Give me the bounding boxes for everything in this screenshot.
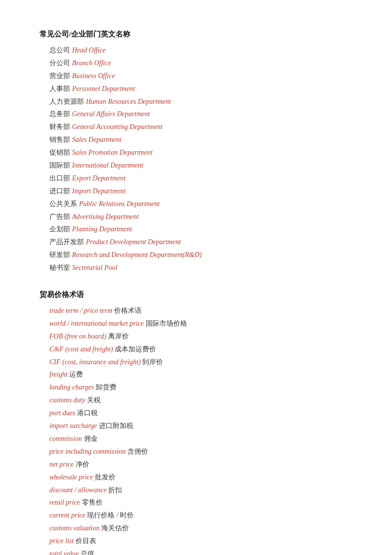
english-text: Branch Office xyxy=(72,59,111,67)
chinese-text: 价目表 xyxy=(74,537,96,545)
chinese-text: 分公司 xyxy=(49,59,70,67)
list-item: 国际部International Department xyxy=(49,159,353,172)
english-text: port dues xyxy=(49,409,76,417)
chinese-text: 卸货费 xyxy=(94,384,117,391)
list-item: 人事部Personnel Department xyxy=(49,83,353,95)
list-item: 营业部Business Office xyxy=(49,70,353,83)
english-text: net price xyxy=(49,461,74,468)
chinese-text: 成本加运费价 xyxy=(113,345,157,353)
list-item: 财务部General Accounting Department xyxy=(49,121,353,133)
list-item: 研发部Research and Development Department(R… xyxy=(49,249,353,261)
list-item: commission 佣金 xyxy=(49,432,353,445)
english-text: Sales Department xyxy=(72,136,121,143)
list-item: freight 运费 xyxy=(49,368,353,381)
english-text: Personnel Department xyxy=(72,85,135,92)
list-item: 广告部Advertising Department xyxy=(49,211,353,223)
english-text: wholesale price xyxy=(49,473,93,481)
list-item: import surcharge 进口附加税 xyxy=(49,420,353,432)
english-text: Product Development Department xyxy=(86,238,181,246)
trade-section: 贸易价格术语 trade term / price term 价格术语world… xyxy=(39,290,353,555)
english-text: discount / allowance xyxy=(49,486,107,494)
english-text: total value xyxy=(49,550,79,555)
list-item: 总务部General Affairs Department xyxy=(49,108,353,121)
english-text: CIF (cost, insurance and freight) xyxy=(49,358,141,366)
chinese-text: 海关估价 xyxy=(100,524,129,532)
list-item: current price 现行价格 / 时价 xyxy=(49,509,353,522)
english-text: Advertising Department xyxy=(72,213,139,220)
chinese-text: 国际市场价格 xyxy=(144,320,187,327)
english-text: price including commission xyxy=(49,448,126,455)
trade-list: trade term / price term 价格术语world / inte… xyxy=(39,304,353,555)
chinese-text: 关税 xyxy=(85,396,101,404)
english-text: Secretarial Pool xyxy=(72,264,118,271)
english-text: Head Office xyxy=(72,46,106,54)
english-text: retail price xyxy=(49,499,80,506)
list-item: retail price 零售价 xyxy=(49,496,353,509)
list-item: price including commission 含佣价 xyxy=(49,445,353,458)
english-text: Export Department xyxy=(72,174,125,182)
chinese-text: 价格术语 xyxy=(113,307,142,314)
english-text: C&F (cost and freight) xyxy=(49,345,113,353)
chinese-text: 促销部 xyxy=(49,149,70,156)
english-text: Business Office xyxy=(72,72,115,80)
english-text: world / international market price xyxy=(49,320,144,327)
list-item: discount / allowance 折扣 xyxy=(49,484,353,497)
chinese-text: 净价 xyxy=(74,461,89,468)
chinese-text: 销售部 xyxy=(49,136,70,143)
list-item: 出口部Export Department xyxy=(49,172,353,185)
trade-section-title: 贸易价格术语 xyxy=(39,290,353,299)
english-text: price list xyxy=(49,537,74,545)
english-text: trade term / price term xyxy=(49,307,113,314)
department-section-title: 常见公司/企业部门英文名称 xyxy=(39,30,353,39)
english-text: landing charges xyxy=(49,384,94,391)
chinese-text: 现行价格 / 时价 xyxy=(85,512,134,519)
chinese-text: 折扣 xyxy=(107,486,122,494)
chinese-text: 零售价 xyxy=(80,499,103,506)
list-item: 进口部Import Department xyxy=(49,185,353,198)
list-item: total value 总值 xyxy=(49,548,353,555)
chinese-text: 运费 xyxy=(68,371,83,378)
english-text: Sales Promotion Department xyxy=(72,149,153,156)
english-text: Public Relations Department xyxy=(79,200,159,208)
english-text: Planning Department xyxy=(72,225,132,233)
list-item: customs valuation 海关估价 xyxy=(49,522,353,535)
chinese-text: 产品开发部 xyxy=(49,238,84,246)
list-item: customs duty 关税 xyxy=(49,394,353,407)
chinese-text: 含佣价 xyxy=(126,448,149,455)
english-text: General Accounting Department xyxy=(72,123,162,130)
list-item: 产品开发部Product Development Department xyxy=(49,236,353,249)
list-item: 秘书室Secretarial Pool xyxy=(49,261,353,274)
list-item: 企划部Planning Department xyxy=(49,223,353,236)
list-item: world / international market price 国际市场价… xyxy=(49,317,353,330)
list-item: 销售部Sales Department xyxy=(49,133,353,146)
chinese-text: 港口税 xyxy=(76,409,98,417)
chinese-text: 离岸价 xyxy=(106,333,129,340)
department-section: 常见公司/企业部门英文名称 总公司Head Office分公司Branch Of… xyxy=(39,30,353,274)
english-text: freight xyxy=(49,371,68,378)
chinese-text: 营业部 xyxy=(49,72,70,80)
chinese-text: 佣金 xyxy=(82,435,98,442)
chinese-text: 秘书室 xyxy=(49,264,70,271)
chinese-text: 总公司 xyxy=(49,46,70,54)
list-item: price list 价目表 xyxy=(49,535,353,548)
chinese-text: 总务部 xyxy=(49,110,70,118)
chinese-text: 研发部 xyxy=(49,251,70,258)
list-item: C&F (cost and freight) 成本加运费价 xyxy=(49,343,353,356)
english-text: current price xyxy=(49,512,85,519)
chinese-text: 出口部 xyxy=(49,174,70,182)
chinese-text: 批发价 xyxy=(93,473,116,481)
chinese-text: 总值 xyxy=(79,550,95,555)
list-item: CIF (cost, insurance and freight) 到岸价 xyxy=(49,356,353,369)
list-item: 总公司Head Office xyxy=(49,44,353,57)
chinese-text: 人事部 xyxy=(49,85,70,92)
list-item: 公共关系Public Relations Department xyxy=(49,198,353,211)
list-item: 促销部Sales Promotion Department xyxy=(49,146,353,159)
english-text: FOB (free on board) xyxy=(49,333,106,340)
english-text: commission xyxy=(49,435,82,442)
list-item: 人力资源部Human Resources Department xyxy=(49,95,353,108)
english-text: customs duty xyxy=(49,396,85,404)
english-text: Human Resources Department xyxy=(86,98,171,105)
chinese-text: 国际部 xyxy=(49,162,70,169)
chinese-text: 公共关系 xyxy=(49,200,77,208)
list-item: port dues 港口税 xyxy=(49,407,353,420)
